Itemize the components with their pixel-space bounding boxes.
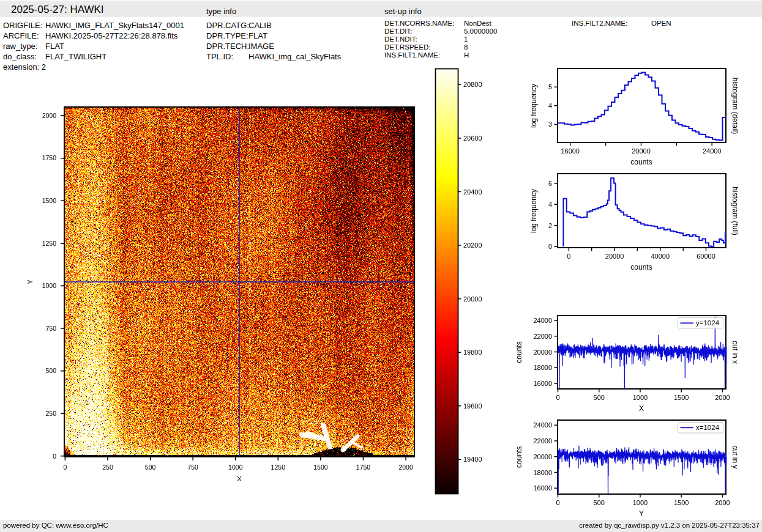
svg-text:counts: counts	[515, 341, 523, 363]
svg-text:18000: 18000	[533, 364, 552, 371]
svg-text:19400: 19400	[463, 456, 482, 463]
svg-text:24000: 24000	[703, 147, 722, 155]
svg-text:2000: 2000	[715, 499, 730, 506]
svg-text:500: 500	[594, 499, 605, 506]
svg-text:750: 750	[187, 464, 198, 471]
svg-text:histogram (detail): histogram (detail)	[731, 78, 739, 135]
svg-text:20200: 20200	[463, 242, 482, 249]
svg-text:19600: 19600	[463, 402, 482, 410]
svg-text:1000: 1000	[633, 394, 648, 401]
svg-text:22000: 22000	[533, 333, 552, 340]
svg-text:log frequency: log frequency	[529, 84, 538, 128]
svg-text:250: 250	[45, 410, 56, 417]
svg-text:4: 4	[548, 102, 552, 109]
svg-text:250: 250	[102, 464, 113, 471]
svg-text:18000: 18000	[533, 469, 552, 476]
svg-text:0: 0	[556, 499, 559, 506]
svg-text:20400: 20400	[463, 188, 482, 196]
svg-text:1500: 1500	[42, 197, 57, 204]
svg-text:19800: 19800	[463, 349, 482, 356]
svg-text:1500: 1500	[674, 394, 689, 401]
svg-text:3: 3	[548, 120, 552, 128]
svg-text:cut in x: cut in x	[731, 341, 739, 364]
svg-text:20000: 20000	[632, 147, 651, 155]
svg-text:0: 0	[53, 453, 56, 460]
svg-text:counts: counts	[630, 263, 652, 272]
svg-text:X: X	[639, 404, 644, 413]
svg-text:Y: Y	[639, 509, 644, 518]
svg-text:1250: 1250	[271, 464, 286, 471]
svg-text:24000: 24000	[533, 421, 552, 429]
svg-text:1500: 1500	[674, 499, 689, 506]
svg-text:750: 750	[45, 325, 56, 332]
svg-text:counts: counts	[630, 158, 652, 166]
svg-text:20600: 20600	[463, 135, 482, 142]
svg-text:cut in y: cut in y	[731, 445, 739, 468]
svg-text:1250: 1250	[42, 240, 57, 247]
svg-text:16000: 16000	[561, 147, 580, 155]
svg-text:1750: 1750	[356, 464, 371, 471]
svg-text:1000: 1000	[633, 499, 648, 506]
svg-text:0: 0	[63, 464, 67, 471]
svg-text:40000: 40000	[651, 253, 670, 260]
svg-text:4: 4	[548, 201, 552, 208]
svg-text:1500: 1500	[313, 464, 328, 471]
svg-text:500: 500	[145, 464, 156, 471]
svg-text:0: 0	[567, 253, 570, 260]
svg-text:6: 6	[548, 180, 552, 187]
svg-text:Y: Y	[26, 279, 34, 284]
svg-text:2000: 2000	[42, 112, 57, 119]
svg-text:2: 2	[548, 222, 552, 229]
svg-text:log frequency: log frequency	[529, 189, 538, 233]
svg-text:X: X	[237, 475, 242, 482]
svg-text:2000: 2000	[398, 464, 413, 471]
svg-text:1000: 1000	[42, 282, 57, 289]
svg-text:x=1024: x=1024	[696, 424, 720, 431]
svg-text:20800: 20800	[463, 81, 482, 88]
svg-text:20000: 20000	[533, 349, 552, 356]
svg-text:16000: 16000	[533, 380, 552, 387]
svg-text:22000: 22000	[533, 437, 552, 445]
svg-text:20000: 20000	[605, 253, 624, 260]
svg-text:20000: 20000	[463, 295, 482, 303]
svg-text:histogram (full): histogram (full)	[731, 187, 739, 235]
svg-text:16000: 16000	[533, 484, 552, 492]
svg-text:0: 0	[548, 243, 552, 250]
svg-text:1750: 1750	[42, 154, 57, 161]
svg-text:500: 500	[45, 367, 56, 374]
svg-text:0: 0	[556, 394, 559, 401]
svg-text:20000: 20000	[533, 453, 552, 460]
svg-text:5: 5	[548, 83, 552, 91]
svg-text:24000: 24000	[533, 317, 552, 324]
svg-text:1000: 1000	[228, 464, 243, 471]
svg-text:2000: 2000	[715, 394, 730, 401]
svg-text:y=1024: y=1024	[696, 319, 720, 327]
svg-text:500: 500	[594, 394, 605, 401]
svg-text:60000: 60000	[697, 253, 715, 260]
svg-text:counts: counts	[515, 446, 523, 468]
